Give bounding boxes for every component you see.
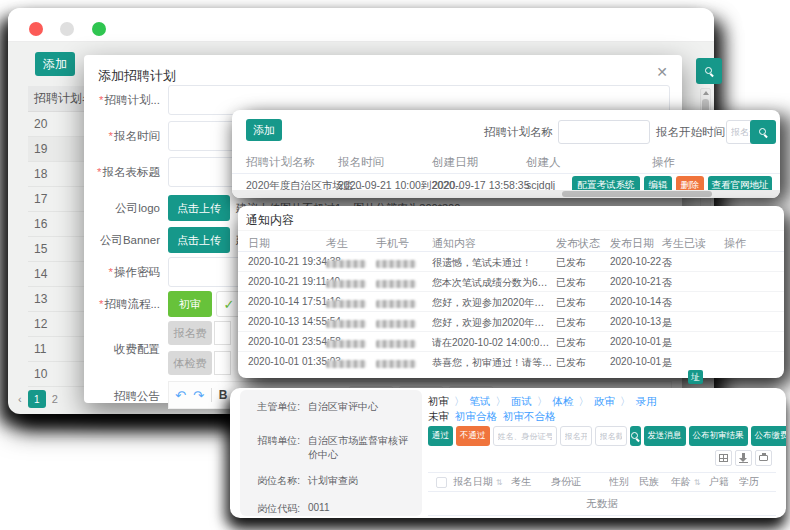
col-phone: 手机号 [376,236,409,251]
pass-button[interactable]: 通过 [428,426,453,446]
window-titlebar[interactable] [8,8,714,42]
table-tools [715,450,772,466]
info-value: 计划审查岗 [308,474,412,488]
plan-table-window: 添加 招聘计划名称 报名开始时间 招聘计划名称 报名时间 创建日期 创建人 操作… [232,110,780,198]
search-button[interactable] [696,58,722,84]
required-asterisk: * [99,94,103,106]
columns-button[interactable] [715,450,732,466]
print-button[interactable] [755,450,772,466]
step-political-review[interactable]: 政审 [594,395,615,409]
columns-icon [719,454,728,462]
select-all-checkbox[interactable] [436,477,447,488]
col-actions: 操作 [724,236,746,251]
sort-icon: ⇅ [694,478,701,487]
notice-row[interactable]: 2020-10-01 01:35:03 恭喜您，初审通过！请等待进一步通知 已发… [238,352,784,372]
cell-content: 您好，欢迎参加2020年度自治区市场... [432,316,552,330]
cell-content: 很遗憾，笔试未通过！ [432,256,532,270]
screen: 添加 招聘计划名称 20 19 18 17 16 15 14 13 12 11 … [0,0,790,530]
publish-result-button[interactable]: 公布初审结果 [689,426,748,446]
field-label: 收费配置 [114,342,160,357]
notice-row[interactable]: 2020-10-21 19:11:40 您本次笔试成绩分数为66.52分 已发布… [238,272,784,292]
date-end-input[interactable] [595,426,627,446]
redo-icon[interactable]: ↷ [193,388,204,403]
upload-banner-button[interactable]: 点击上传 [168,227,230,253]
info-value: 自治区市场监督审核评价中心 [308,434,412,462]
page-2-button[interactable]: 2 [52,393,58,405]
undo-icon[interactable]: ↶ [175,388,186,403]
step-separator-icon: 〉 [454,395,465,409]
bold-icon[interactable]: B [219,388,228,402]
page-1-button[interactable]: 1 [28,390,46,408]
col-age: 年龄 [671,476,691,487]
horizontal-scrollbar[interactable] [232,190,780,198]
maximize-traffic-light-icon[interactable] [92,22,106,36]
fee-signup-checkbox[interactable] [214,321,231,345]
search-date-label: 报名开始时间 [656,125,725,140]
col-content: 通知内容 [432,236,476,251]
info-label: 主管单位: [248,400,300,414]
print-icon [759,455,768,461]
fail-button[interactable]: 不通过 [456,426,490,446]
step-physical[interactable]: 体检 [553,395,574,409]
step-hired[interactable]: 录用 [636,395,657,409]
add-plan-button[interactable]: 添加 [35,52,75,76]
search-button[interactable] [750,120,776,144]
publish-fee-notice-button[interactable]: 公布缴费通知 [751,426,787,446]
scrollbar-thumb[interactable] [562,191,712,197]
process-step-first-review[interactable]: 初审 [168,291,212,317]
candidate-table-header: 报名日期 ⇅ 考生 身份证 性别 民族 年龄 ⇅ 户籍 学历 [428,472,776,492]
cell-status: 已发布 [556,256,586,270]
close-icon[interactable]: ✕ [656,64,668,80]
redacted-candidate [326,320,366,328]
action-bar: 通过 不通过 发送消息 公布初审结果 公布缴费通知 [428,425,776,447]
step-written-exam[interactable]: 笔试 [470,395,491,409]
scroll-up-icon[interactable] [703,91,709,95]
col-candidate: 考生 [511,475,551,489]
step-interview[interactable]: 面试 [511,395,532,409]
redacted-candidate [326,280,366,288]
filter-links: 未审 初审合格 初审不合格 [428,410,556,424]
field-label: 招聘计划... [104,93,160,108]
info-label: 岗位名称: [248,474,300,488]
cell-read: 是 [662,336,672,350]
notice-row[interactable]: 2020-10-21 19:34:38 很遗憾，笔试未通过！ 已发布 2020-… [238,252,784,272]
pagination: ‹ 1 2 [18,390,58,408]
plan-name-search-input[interactable] [558,120,650,144]
redacted-candidate [326,340,366,348]
prev-page-icon[interactable]: ‹ [18,393,22,405]
col-pub-date: 发布日期 [610,236,654,251]
cell-content: 您好，欢迎参加2020年度自治区市场... [432,296,552,310]
fee-physical-checkbox[interactable] [214,351,231,375]
export-button[interactable] [735,450,752,466]
empty-table-text: 无数据 [428,492,776,516]
field-label: 招聘流程... [104,297,160,312]
view-site-button-fragment[interactable]: 址 [688,370,703,384]
add-plan-button[interactable]: 添加 [246,119,282,141]
redacted-candidate [326,360,366,368]
filter-unreviewed[interactable]: 未审 [428,410,449,424]
redacted-phone [376,340,416,348]
col-candidate: 考生 [326,236,348,251]
redacted-phone [376,260,416,268]
search-button[interactable] [630,426,641,446]
sort-icon: ⇅ [496,478,503,487]
search-name-label: 招聘计划名称 [484,125,553,140]
notice-row[interactable]: 2020-10-14 17:51:16 您好，欢迎参加2020年度自治区市场..… [238,292,784,312]
close-traffic-light-icon[interactable] [29,22,43,36]
notice-row[interactable]: 2020-10-01 23:54:58 请在2020-10-02 14:00:0… [238,332,784,352]
send-message-button[interactable]: 发送消息 [644,426,686,446]
info-item: 主管单位:自治区审评中心 [248,400,416,414]
candidate-search-input[interactable] [493,426,557,446]
info-value: 自治区审评中心 [308,400,412,414]
filter-fail[interactable]: 初审不合格 [503,410,556,424]
step-first-review[interactable]: 初审 [428,395,449,409]
cell-status: 已发布 [556,336,586,350]
upload-logo-button[interactable]: 点击上传 [168,195,230,221]
minimize-traffic-light-icon[interactable] [60,22,74,36]
notice-row[interactable]: 2020-10-13 14:55:54 您好，欢迎参加2020年度自治区市场..… [238,312,784,332]
download-icon [742,453,745,459]
info-item: 招聘单位:自治区市场监督审核评价中心 [248,434,416,462]
filter-pass[interactable]: 初审合格 [455,410,497,424]
col-signup-time: 报名时间 [338,155,384,170]
date-start-input[interactable] [560,426,592,446]
